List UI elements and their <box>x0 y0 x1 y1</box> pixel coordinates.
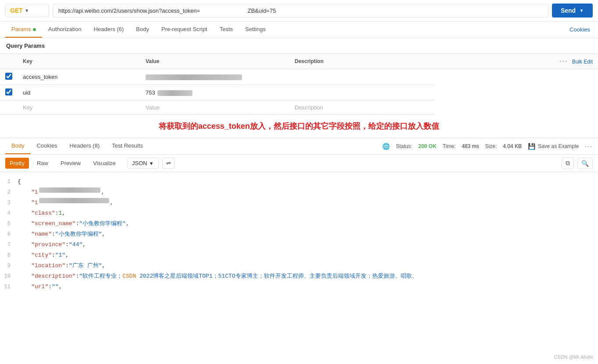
row2-key[interactable]: uid <box>18 85 140 101</box>
response-status-area: 🌐 Status: 200 OK Time: 483 ms Size: 4.04… <box>382 143 593 150</box>
method-selector[interactable]: GET ▼ <box>5 4 49 17</box>
method-chevron-icon: ▼ <box>25 8 29 13</box>
search-button[interactable]: 🔍 <box>577 158 593 169</box>
row2-checkbox[interactable] <box>5 88 12 95</box>
table-row: uid 753 <box>0 85 598 101</box>
json-viewer-wrapper: 1 { 2 "i , 3 "i , 4 "class" : 1 , 5 "scr… <box>0 172 598 295</box>
cookies-link[interactable]: Cookies <box>567 22 593 37</box>
bulk-edit-link[interactable]: Bulk Edit <box>572 59 593 65</box>
save-icon: 💾 <box>528 143 535 150</box>
tab-tests[interactable]: Tests <box>214 21 239 38</box>
th-value: Value <box>140 54 289 69</box>
save-example-label: Save as Example <box>538 143 579 149</box>
format-bar: Pretty Raw Preview Visualize JSON ▼ ⇌ ⧉ … <box>0 155 598 172</box>
fmt-tab-visualize[interactable]: Visualize <box>89 158 120 169</box>
tab-authorization[interactable]: Authorization <box>42 21 88 38</box>
json-line-7: 7 "province" : "44" , <box>0 240 598 250</box>
status-label: Status: <box>396 143 412 149</box>
resp-tab-cookies[interactable]: Cookies <box>31 138 64 154</box>
response-tabs-bar: Body Cookies Headers (8) Test Results 🌐 … <box>0 138 598 155</box>
params-table: Key Value Description ··· Bulk Edit acce… <box>0 54 598 115</box>
search-icon: 🔍 <box>581 160 589 167</box>
time-label: Time: <box>443 143 456 149</box>
row2-value-blurred <box>157 90 192 96</box>
resp-tab-body[interactable]: Body <box>5 138 31 154</box>
row1-checkbox-cell[interactable] <box>0 69 18 85</box>
row2-checkbox-cell[interactable] <box>0 85 18 101</box>
annotation-banner: 将获取到的access_token放入，然后接口的其它字段按照，给定的接口放入数… <box>0 115 598 138</box>
fmt-tab-raw[interactable]: Raw <box>32 158 53 169</box>
save-as-example-button[interactable]: 💾 Save as Example <box>528 143 579 150</box>
row1-value[interactable] <box>140 69 289 85</box>
more-icon[interactable]: ··· <box>559 57 568 65</box>
size-label: Size: <box>485 143 497 149</box>
tab-headers[interactable]: Headers (6) <box>88 21 130 38</box>
params-dot <box>33 28 36 31</box>
th-checkbox <box>0 54 18 69</box>
tab-params[interactable]: Params <box>5 21 42 38</box>
empty-value[interactable]: Value <box>140 101 289 115</box>
json-line-6: 6 "name" : "小兔教你学编程" , <box>0 229 598 240</box>
json-line-2: 2 "i , <box>0 187 598 198</box>
tab-settings[interactable]: Settings <box>239 21 272 38</box>
format-select[interactable]: JSON ▼ <box>127 158 159 169</box>
row1-key[interactable]: access_token <box>18 69 140 85</box>
row1-desc[interactable] <box>289 69 435 85</box>
time-value: 483 ms <box>462 143 479 149</box>
resp-tab-testresults[interactable]: Test Results <box>106 138 149 154</box>
copy-icon-glyph: ⧉ <box>566 159 570 166</box>
json-line-8: 8 "city" : "1" , <box>0 250 598 261</box>
json-viewer[interactable]: 1 { 2 "i , 3 "i , 4 "class" : 1 , 5 "scr… <box>0 172 598 295</box>
url-input[interactable] <box>53 4 548 18</box>
row1-checkbox[interactable] <box>5 73 12 80</box>
table-row: access_token <box>0 69 598 85</box>
json-line-9: 9 "location" : "广东 广州" , <box>0 261 598 271</box>
request-tabs-bar: Params Authorization Headers (6) Body Pr… <box>0 21 598 38</box>
tab-body[interactable]: Body <box>130 21 155 38</box>
copy-button[interactable]: ⧉ <box>562 157 574 169</box>
status-value: 200 OK <box>418 143 436 149</box>
size-value: 4.04 KB <box>503 143 522 149</box>
empty-key[interactable]: Key <box>18 101 140 115</box>
url-bar: GET ▼ Send ▼ <box>0 0 598 21</box>
json-line-12: 12 "profile_image_url" : "httpGly8hcilh2… <box>0 292 598 295</box>
send-label: Send <box>561 7 576 14</box>
query-params-header: Query Params <box>0 38 598 54</box>
json-line-11: 11 "url" : "" , <box>0 282 598 292</box>
wrap-icon[interactable]: ⇌ <box>162 158 175 169</box>
resp-tab-headers[interactable]: Headers (8) <box>64 138 106 154</box>
th-actions: ··· Bulk Edit <box>435 54 598 69</box>
tab-prerequest[interactable]: Pre-request Script <box>155 21 214 38</box>
response-more-icon[interactable]: ··· <box>585 143 593 150</box>
json-line-10: 10 "description" : "软件工程专业；CSDN 2022博客之星… <box>0 271 598 282</box>
json-line-4: 4 "class" : 1 , <box>0 208 598 219</box>
json-line-3: 3 "i , <box>0 198 598 208</box>
format-chevron-icon: ▼ <box>149 161 154 166</box>
fmt-tab-pretty[interactable]: Pretty <box>5 158 29 169</box>
json-line-1: 1 { <box>0 177 598 187</box>
empty-desc[interactable]: Description <box>289 101 435 115</box>
json-line-5: 5 "screen_name" : "小兔教你学编程" , <box>0 219 598 229</box>
row2-desc[interactable] <box>289 85 435 101</box>
th-key: Key <box>18 54 140 69</box>
row1-value-blurred <box>146 74 242 80</box>
send-button[interactable]: Send ▼ <box>552 4 593 18</box>
format-label: JSON <box>132 160 147 166</box>
row2-value[interactable]: 753 <box>140 85 289 101</box>
table-row-empty: Key Value Description <box>0 101 598 115</box>
th-description: Description <box>289 54 435 69</box>
status-globe-icon: 🌐 <box>382 143 390 150</box>
send-chevron-icon: ▼ <box>579 8 584 13</box>
fmt-tab-preview[interactable]: Preview <box>56 158 85 169</box>
method-label: GET <box>10 7 23 14</box>
